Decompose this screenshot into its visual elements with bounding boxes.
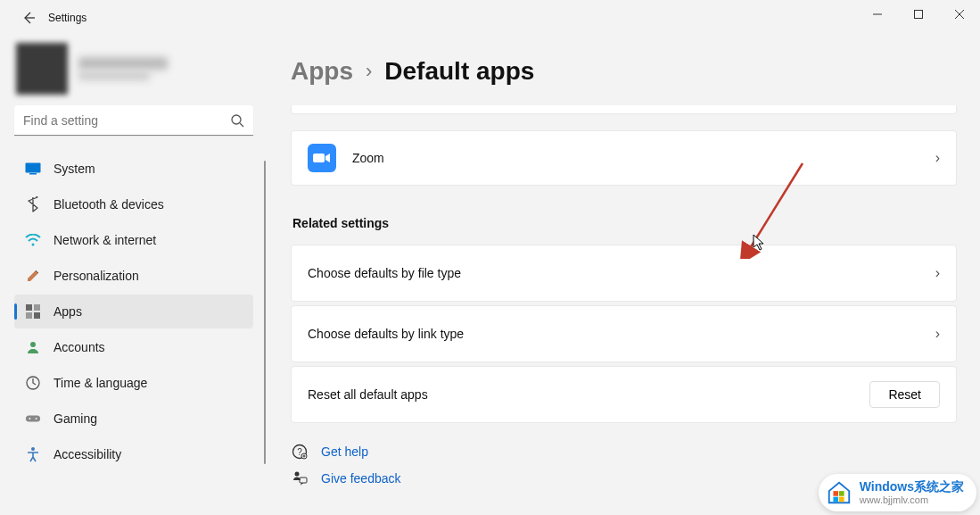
app-title: Settings	[48, 12, 86, 24]
svg-rect-9	[26, 304, 32, 311]
svg-rect-29	[839, 491, 844, 496]
app-card-zoom[interactable]: Zoom ›	[291, 130, 957, 186]
app-card-label: Zoom	[352, 151, 935, 165]
sidebar-item-network[interactable]: Network & internet	[14, 223, 253, 257]
svg-rect-31	[839, 497, 844, 503]
help-icon: ?	[291, 443, 309, 461]
reset-button[interactable]: Reset	[869, 381, 940, 408]
breadcrumb-root[interactable]: Apps	[291, 57, 353, 86]
avatar	[16, 43, 68, 95]
profile-name	[78, 57, 168, 70]
sidebar-item-label: Network & internet	[54, 233, 156, 247]
sidebar-item-accessibility[interactable]: Accessibility	[14, 437, 253, 471]
nav-list: System Bluetooth & devices Network & int…	[14, 152, 253, 471]
get-help-link[interactable]: Get help	[321, 444, 368, 459]
clock-globe-icon	[25, 375, 41, 391]
reset-default-apps: Reset all default apps Reset	[291, 366, 957, 423]
svg-rect-11	[26, 312, 32, 319]
svg-point-16	[29, 418, 31, 419]
sidebar-item-label: Time & language	[54, 376, 147, 390]
sidebar-item-label: Personalization	[54, 269, 139, 283]
sidebar-item-bluetooth[interactable]: Bluetooth & devices	[14, 187, 253, 221]
profile-block[interactable]	[14, 43, 253, 95]
svg-point-17	[36, 418, 37, 419]
svg-rect-6	[26, 163, 41, 173]
back-button[interactable]	[20, 9, 37, 27]
breadcrumb: Apps › Default apps	[291, 57, 957, 86]
chevron-right-icon: ›	[935, 265, 940, 281]
bluetooth-icon	[25, 196, 41, 212]
settings-card-label: Choose defaults by file type	[308, 266, 935, 280]
chevron-right-icon: ›	[935, 150, 940, 166]
svg-point-4	[232, 115, 241, 124]
arrow-left-icon	[21, 11, 36, 25]
wifi-icon	[25, 232, 41, 248]
sidebar-item-personalization[interactable]: Personalization	[14, 259, 253, 293]
svg-rect-15	[26, 415, 40, 421]
search-icon	[230, 113, 244, 128]
minimize-icon	[873, 10, 882, 19]
sidebar-item-label: System	[54, 162, 95, 176]
svg-rect-12	[34, 312, 40, 319]
svg-rect-26	[300, 478, 307, 483]
paintbrush-icon	[25, 268, 41, 284]
sidebar-item-gaming[interactable]: Gaming	[14, 402, 253, 436]
svg-point-25	[295, 472, 300, 477]
choose-defaults-link-type[interactable]: Choose defaults by link type ›	[291, 305, 957, 362]
apps-icon	[25, 303, 41, 320]
maximize-icon	[914, 10, 923, 19]
watermark-text: Windows系统之家	[860, 480, 964, 494]
svg-point-13	[30, 342, 36, 347]
sidebar-item-system[interactable]: System	[14, 152, 253, 186]
sidebar-item-accounts[interactable]: Accounts	[14, 330, 253, 364]
window-controls	[857, 0, 980, 29]
feedback-icon	[291, 469, 309, 487]
monitor-icon	[25, 161, 41, 177]
sidebar-item-label: Bluetooth & devices	[54, 197, 164, 212]
sidebar-item-label: Accessibility	[54, 447, 121, 461]
scrollbar[interactable]	[264, 161, 266, 464]
profile-email	[78, 71, 150, 80]
sidebar-item-label: Apps	[54, 304, 82, 319]
svg-point-8	[32, 244, 35, 246]
get-help-row[interactable]: ? Get help	[291, 443, 957, 461]
maximize-button[interactable]	[898, 0, 939, 29]
windows-logo-icon	[826, 479, 852, 506]
zoom-app-icon	[308, 144, 336, 172]
close-icon	[955, 10, 964, 19]
settings-card-label: Reset all default apps	[308, 387, 869, 402]
search-input[interactable]	[14, 105, 253, 136]
watermark: Windows系统之家 www.bjjmlv.com	[819, 474, 976, 511]
sidebar: System Bluetooth & devices Network & int…	[0, 36, 268, 515]
svg-rect-10	[34, 304, 40, 311]
related-settings-heading: Related settings	[292, 216, 957, 230]
sidebar-item-time[interactable]: Time & language	[14, 366, 253, 400]
app-card-truncated[interactable]	[291, 105, 957, 114]
page-title: Default apps	[384, 57, 534, 86]
accessibility-icon	[25, 446, 41, 462]
search-field[interactable]	[14, 105, 253, 136]
svg-rect-7	[29, 173, 37, 175]
person-icon	[25, 339, 41, 355]
give-feedback-link[interactable]: Give feedback	[321, 471, 401, 486]
settings-card-label: Choose defaults by link type	[308, 327, 935, 341]
svg-rect-19	[313, 154, 325, 162]
svg-rect-1	[915, 11, 923, 19]
sidebar-item-apps[interactable]: Apps	[14, 295, 253, 328]
svg-rect-28	[833, 491, 838, 496]
minimize-button[interactable]	[857, 0, 898, 29]
gamepad-icon	[25, 411, 41, 427]
content-pane: Apps › Default apps Zoom › Related setti…	[268, 36, 980, 515]
title-bar: Settings	[0, 0, 980, 36]
sidebar-item-label: Accounts	[54, 340, 105, 354]
chevron-right-icon: ›	[935, 326, 940, 342]
svg-line-5	[240, 123, 243, 127]
chevron-right-icon: ›	[366, 60, 372, 83]
choose-defaults-file-type[interactable]: Choose defaults by file type ›	[291, 245, 957, 302]
svg-point-18	[31, 447, 35, 451]
svg-rect-30	[833, 497, 838, 503]
close-button[interactable]	[939, 0, 980, 29]
sidebar-item-label: Gaming	[54, 411, 97, 426]
watermark-url: www.bjjmlv.com	[860, 494, 964, 505]
